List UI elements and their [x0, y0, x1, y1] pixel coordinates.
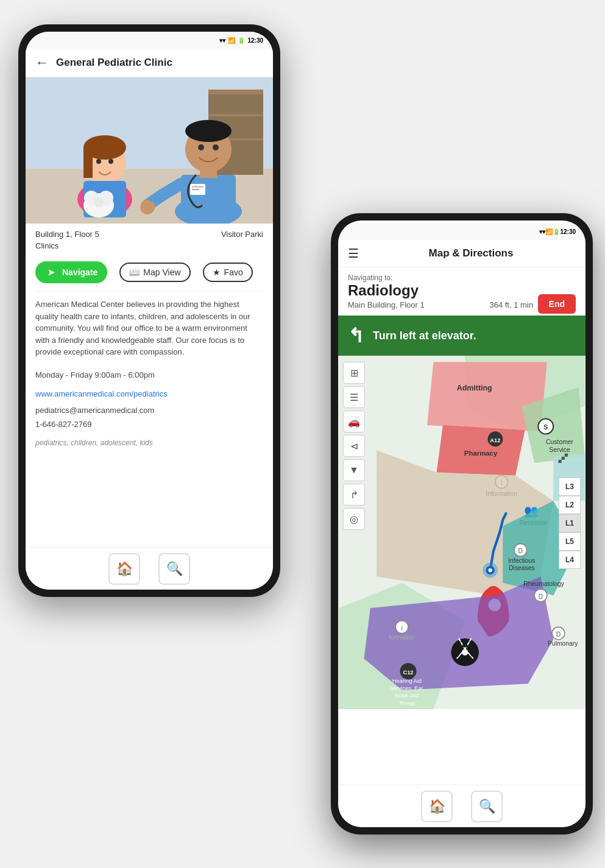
favorite-icon: ★	[213, 267, 221, 277]
svg-rect-4	[208, 114, 263, 116]
home-button[interactable]: 🏠	[108, 553, 140, 585]
svg-text:Diseases: Diseases	[509, 565, 535, 571]
nav-to-label: Navigating to:	[348, 273, 576, 282]
p1-header: ← General Pediatric Clinic	[26, 49, 273, 77]
map-view-button[interactable]: 📖 Map View	[119, 263, 190, 282]
svg-text:A12: A12	[490, 437, 500, 443]
status-bar-2: ▾▾ 📶 🔋 12:30	[338, 223, 586, 240]
hours-text: Monday - Friday 9:00am - 6:00pm	[26, 365, 273, 384]
description-text: American Medical Center believes in prov…	[26, 291, 273, 365]
svg-rect-45	[562, 457, 565, 460]
svg-text:Pulmonary: Pulmonary	[548, 640, 578, 647]
svg-text:Pharmacy: Pharmacy	[464, 450, 498, 457]
svg-text:Services, Ear,: Services, Ear,	[389, 685, 424, 691]
status-bar-1: ▾▾ 📶 🔋 12:30	[26, 32, 273, 49]
floor-l3[interactable]: L3	[559, 478, 581, 496]
map-toolbar: ⊞ ☰ 🚗 ⊲ ▼ ↱ ◎	[343, 362, 365, 530]
navigate-icon: ➤	[45, 266, 57, 278]
nav-section: Navigating to: Radiology Main Building, …	[338, 267, 586, 316]
wifi-icon-2: 📶	[545, 228, 553, 235]
map-area[interactable]: ⊞ ☰ 🚗 ⊲ ▼ ↱ ◎ L3 L2 L1 L5 L4	[338, 356, 586, 709]
battery-icon: 🔋	[238, 37, 245, 44]
svg-point-27	[140, 200, 155, 214]
tags-text: pediatrics, children, adolescent, kids	[26, 431, 273, 454]
signal-icon-2: ▾▾	[539, 228, 545, 235]
svg-text:Throat: Throat	[398, 700, 415, 707]
floor-selector: L3 L2 L1 L5 L4	[559, 478, 581, 569]
p2-search-button[interactable]: 🔍	[471, 791, 503, 822]
svg-text:Rheumatology: Rheumatology	[523, 580, 565, 587]
phone-text: 1-646-827-2769	[26, 417, 273, 431]
p2-home-button[interactable]: 🏠	[421, 791, 453, 822]
svg-text:S: S	[543, 424, 548, 431]
map-view-label: Map View	[143, 267, 180, 277]
svg-text:Nose and: Nose and	[395, 693, 419, 699]
share-tool[interactable]: ⊲	[343, 435, 365, 457]
nav-distance: 364 ft, 1 min	[489, 300, 533, 309]
svg-text:D: D	[556, 631, 561, 638]
svg-text:Infectious: Infectious	[508, 557, 535, 564]
svg-text:formation: formation	[389, 634, 415, 641]
time-2: 12:30	[560, 228, 576, 235]
car-tool[interactable]: 🚗	[343, 411, 365, 432]
turn-text: Turn left at elevator.	[373, 330, 476, 342]
svg-text:D: D	[518, 548, 523, 554]
phone2-screen: ▾▾ 📶 🔋 12:30 ☰ Map & Directions Navigati…	[338, 221, 586, 827]
wifi-icon: 📶	[228, 37, 235, 44]
svg-text:i: i	[401, 625, 402, 632]
p2-header: ☰ Map & Directions	[338, 240, 586, 267]
hero-scene	[26, 77, 273, 224]
menu-icon[interactable]: ☰	[348, 246, 359, 261]
filter-tool[interactable]: ▼	[343, 459, 365, 481]
svg-point-55	[489, 568, 492, 572]
location-tool[interactable]: ◎	[343, 508, 365, 530]
svg-point-21	[185, 120, 232, 142]
status-icons-1: ▾▾ 📶 🔋 12:30	[219, 37, 263, 44]
turn-arrow-icon: ↰	[348, 324, 364, 347]
floor-l4[interactable]: L4	[559, 551, 581, 569]
location-floor: Building 1, Floor 5	[35, 230, 99, 239]
svg-rect-3	[208, 90, 263, 94]
svg-point-11	[108, 159, 113, 164]
svg-text:Service: Service	[549, 446, 570, 453]
svg-text:Hearing Aid: Hearing Aid	[392, 678, 422, 684]
phone1-device: ▾▾ 📶 🔋 12:30 ← General Pediatric Clinic	[18, 24, 280, 597]
end-navigation-button[interactable]: End	[538, 294, 576, 314]
svg-text:C12: C12	[403, 669, 413, 676]
nav-building-floor: Main Building, Floor 1	[348, 300, 425, 309]
svg-rect-26	[192, 189, 199, 190]
phone1-screen: ▾▾ 📶 🔋 12:30 ← General Pediatric Clinic	[26, 32, 273, 590]
svg-text:D: D	[539, 593, 543, 600]
building-lines-tool[interactable]: ☰	[343, 386, 365, 408]
p2-bottom-bar: 🏠 🔍	[338, 785, 586, 827]
svg-text:Customer: Customer	[546, 439, 573, 445]
favorite-button[interactable]: ★ Favo	[203, 263, 253, 282]
hero-svg	[26, 77, 273, 224]
svg-point-22	[198, 144, 204, 150]
page-title: General Pediatric Clinic	[56, 57, 172, 69]
action-buttons: ➤ Navigate 📖 Map View ★ Favo	[26, 256, 273, 291]
time-1: 12:30	[247, 37, 263, 44]
map-svg: Admitting Pharmacy A12 S Customer Servic…	[338, 356, 586, 709]
p1-bottom-bar: 🏠 🔍	[26, 547, 273, 590]
turn-tool[interactable]: ↱	[343, 484, 365, 506]
hero-image	[26, 77, 273, 224]
navigate-button[interactable]: ➤ Navigate	[35, 261, 107, 283]
website-link[interactable]: www.americanmedical.com/pediatrics	[26, 384, 273, 403]
back-button[interactable]: ←	[35, 55, 49, 71]
location-parking: Visitor Parki	[221, 230, 263, 239]
search-button[interactable]: 🔍	[158, 553, 190, 585]
building-grid-tool[interactable]: ⊞	[343, 362, 365, 384]
navigate-label: Navigate	[62, 267, 97, 277]
floor-l5[interactable]: L5	[559, 532, 581, 551]
signal-icon: ▾▾	[219, 37, 225, 44]
floor-l2[interactable]: L2	[559, 496, 581, 514]
p1-location: Building 1, Floor 5 Visitor Parki	[26, 224, 273, 241]
svg-point-16	[94, 197, 104, 207]
svg-rect-44	[558, 460, 561, 463]
phone2-device: ▾▾ 📶 🔋 12:30 ☰ Map & Directions Navigati…	[331, 213, 593, 834]
favorite-label: Favo	[224, 267, 243, 277]
email-text: pediatrics@americanmedical.com	[26, 403, 273, 417]
floor-l1[interactable]: L1	[559, 514, 581, 532]
map-view-icon: 📖	[129, 267, 140, 277]
